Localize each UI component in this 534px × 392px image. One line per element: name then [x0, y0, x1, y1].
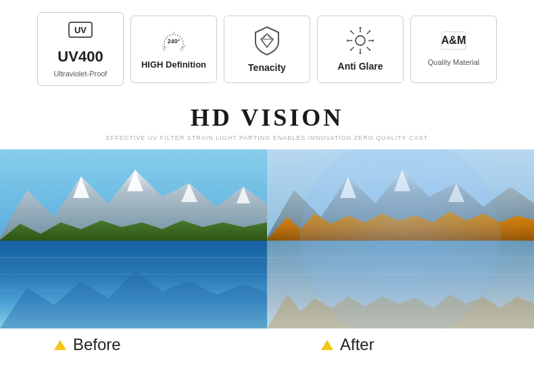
am-sublabel: Quality Material: [428, 57, 479, 67]
svg-line-19: [367, 31, 370, 34]
after-label: After: [340, 335, 374, 354]
hd-label: HIGH Definition: [141, 60, 206, 70]
uv400-label: UV400: [57, 49, 103, 65]
before-triangle-icon: [54, 340, 66, 350]
tenacity-label: Tenacity: [248, 63, 286, 73]
svg-line-18: [367, 47, 370, 49]
svg-point-23: [347, 39, 349, 41]
svg-text:240°: 240°: [168, 38, 180, 45]
feature-badge-hd: 240° 0° 0° HIGH Definition: [130, 16, 217, 83]
svg-text:A&M: A&M: [441, 34, 466, 46]
svg-point-55: [300, 149, 500, 328]
hd-vision-title: HD VISION: [0, 103, 534, 132]
image-comparison: [0, 149, 534, 328]
antiglare-icon: [347, 27, 374, 57]
svg-point-22: [360, 52, 362, 54]
svg-point-28: [369, 49, 370, 50]
svg-point-25: [350, 30, 351, 31]
before-label-container: Before: [0, 335, 267, 354]
after-label-container: After: [267, 335, 534, 354]
svg-point-12: [356, 36, 365, 45]
svg-point-27: [350, 49, 351, 50]
antiglare-label: Anti Glare: [338, 62, 383, 72]
feature-badge-antiglare: Anti Glare: [317, 16, 404, 83]
feature-badge-uv400: UV UV400 Ultraviolet-Proof: [37, 12, 124, 86]
after-image: [267, 149, 534, 328]
uv400-sublabel: Ultraviolet-Proof: [54, 69, 107, 78]
svg-text:UV: UV: [74, 25, 87, 35]
svg-point-21: [360, 27, 362, 29]
hd-arc-icon: 240° 0° 0°: [160, 28, 188, 56]
svg-text:0°: 0°: [180, 47, 185, 51]
am-icon: A&M: [441, 31, 466, 53]
hd-vision-subtitle: EFFECTIVE UV FILTER STRAIN LIGHT PARTING…: [0, 134, 534, 141]
features-row: UV UV400 Ultraviolet-Proof 240° 0° 0° HI…: [0, 0, 534, 97]
svg-point-24: [372, 39, 374, 41]
svg-point-26: [369, 30, 370, 31]
svg-marker-8: [261, 34, 273, 47]
uv400-icon: UV: [68, 20, 93, 45]
svg-text:0°: 0°: [163, 47, 168, 51]
feature-badge-tenacity: Tenacity: [224, 16, 310, 83]
labels-row: Before After: [0, 328, 534, 361]
hd-title-section: HD VISION EFFECTIVE UV FILTER STRAIN LIG…: [0, 97, 534, 144]
before-image: [0, 149, 267, 328]
after-triangle-icon: [321, 340, 333, 350]
before-label: Before: [73, 335, 121, 354]
svg-line-17: [351, 31, 354, 34]
tenacity-icon: [254, 26, 280, 59]
feature-badge-am: A&M Quality Material: [410, 16, 497, 83]
svg-line-20: [351, 47, 354, 49]
